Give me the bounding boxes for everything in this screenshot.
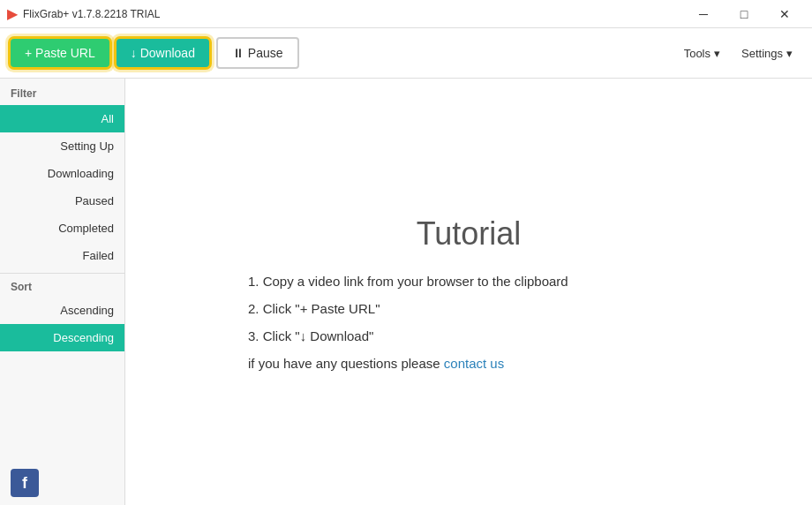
sidebar-item-downloading[interactable]: Downloading [0,160,124,187]
sidebar-item-failed[interactable]: Failed [0,242,124,269]
pause-button[interactable]: ⏸ Pause [216,37,299,69]
tutorial-note-text: if you have any questions please [248,356,444,371]
tools-dropdown-icon: ▾ [714,47,720,60]
sidebar-item-completed[interactable]: Completed [0,215,124,242]
minimize-button[interactable]: ─ [683,0,724,28]
maximize-button[interactable]: □ [724,0,764,28]
toolbar: + Paste URL ↓ Download ⏸ Pause Tools ▾ S… [0,28,812,79]
tools-button[interactable]: Tools ▾ [675,41,729,65]
tutorial-steps: 1. Copy a video link from your browser t… [248,274,689,343]
tutorial-step-3: 3. Click "↓ Download" [248,328,689,343]
tutorial-title: Tutorial [178,215,759,253]
sort-label: Sort [0,273,124,297]
paste-url-button[interactable]: + Paste URL [11,39,109,67]
settings-dropdown-icon: ▾ [786,47,793,60]
sidebar-item-descending[interactable]: Descending [0,324,124,351]
sidebar-bottom: f [0,458,124,505]
title-bar: ▶ FlixGrab+ v1.7.8.2218 TRIAL ─ □ ✕ [0,0,812,28]
sidebar: Filter All Setting Up Downloading Paused… [0,79,125,505]
tutorial-note: if you have any questions please contact… [248,356,689,371]
facebook-icon[interactable]: f [11,469,39,497]
sidebar-item-paused[interactable]: Paused [0,187,124,215]
content-area: Tutorial 1. Copy a video link from your … [125,79,812,505]
main-layout: Filter All Setting Up Downloading Paused… [0,79,812,505]
title-bar-left: ▶ FlixGrab+ v1.7.8.2218 TRIAL [7,5,161,22]
title-bar-title: FlixGrab+ v1.7.8.2218 TRIAL [23,8,161,20]
title-bar-controls: ─ □ ✕ [683,0,805,28]
settings-button[interactable]: Settings ▾ [733,41,801,65]
filter-label: Filter [0,79,124,105]
close-button[interactable]: ✕ [764,0,805,28]
tutorial-step-2: 2. Click "+ Paste URL" [248,301,689,316]
toolbar-right: Tools ▾ Settings ▾ [675,41,801,65]
contact-us-link[interactable]: contact us [444,356,504,371]
sidebar-item-ascending[interactable]: Ascending [0,297,124,324]
sidebar-item-all[interactable]: All [0,105,124,132]
tutorial-step-1: 1. Copy a video link from your browser t… [248,274,689,289]
sidebar-item-setting-up[interactable]: Setting Up [0,132,124,160]
app-icon: ▶ [7,5,18,22]
download-button[interactable]: ↓ Download [117,39,209,67]
